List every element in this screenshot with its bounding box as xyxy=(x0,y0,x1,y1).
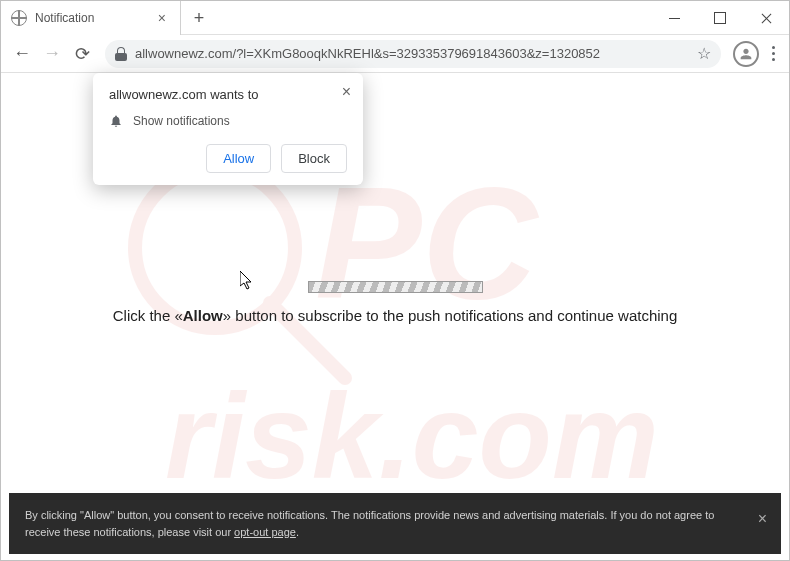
instruction-text: Click the «Allow» button to subscribe to… xyxy=(1,307,789,325)
forward-button[interactable]: → xyxy=(37,39,67,69)
tab-title: Notification xyxy=(35,11,154,25)
window-maximize-button[interactable] xyxy=(697,1,743,35)
window-controls xyxy=(651,1,789,35)
bookmark-star-icon[interactable]: ☆ xyxy=(697,44,711,63)
svg-text:risk.com: risk.com xyxy=(165,369,659,503)
opt-out-link[interactable]: opt-out page xyxy=(234,526,296,538)
person-icon xyxy=(738,46,754,62)
center-content: Click the «Allow» button to subscribe to… xyxy=(1,281,789,325)
menu-button[interactable] xyxy=(763,46,783,61)
mouse-cursor-icon xyxy=(240,271,254,295)
popup-text: Show notifications xyxy=(133,114,230,128)
progress-bar xyxy=(308,281,483,293)
consent-banner: By clicking "Allow" button, you consent … xyxy=(9,493,781,554)
browser-toolbar: ← → ⟳ allwownewz.com/?l=XKmG8ooqkNkREHl&… xyxy=(1,35,789,73)
reload-button[interactable]: ⟳ xyxy=(67,39,97,69)
window-close-button[interactable] xyxy=(743,1,789,35)
bell-icon xyxy=(109,114,123,128)
window-minimize-button[interactable] xyxy=(651,1,697,35)
profile-avatar[interactable] xyxy=(733,41,759,67)
address-bar[interactable]: allwownewz.com/?l=XKmG8ooqkNkREHl&s=3293… xyxy=(105,40,721,68)
popup-title: allwownewz.com wants to xyxy=(109,87,347,102)
new-tab-button[interactable]: + xyxy=(185,4,213,32)
allow-button[interactable]: Allow xyxy=(206,144,271,173)
globe-icon xyxy=(11,10,27,26)
browser-tab[interactable]: Notification × xyxy=(1,1,181,35)
popup-close-icon[interactable]: × xyxy=(342,83,351,101)
back-button[interactable]: ← xyxy=(7,39,37,69)
banner-close-icon[interactable]: × xyxy=(758,507,767,531)
block-button[interactable]: Block xyxy=(281,144,347,173)
title-bar: Notification × + xyxy=(1,1,789,35)
lock-icon xyxy=(115,47,127,61)
url-text: allwownewz.com/?l=XKmG8ooqkNkREHl&s=3293… xyxy=(135,46,600,61)
banner-text: By clicking "Allow" button, you consent … xyxy=(25,509,714,538)
notification-permission-popup: × allwownewz.com wants to Show notificat… xyxy=(93,73,363,185)
tab-close-icon[interactable]: × xyxy=(154,10,170,26)
